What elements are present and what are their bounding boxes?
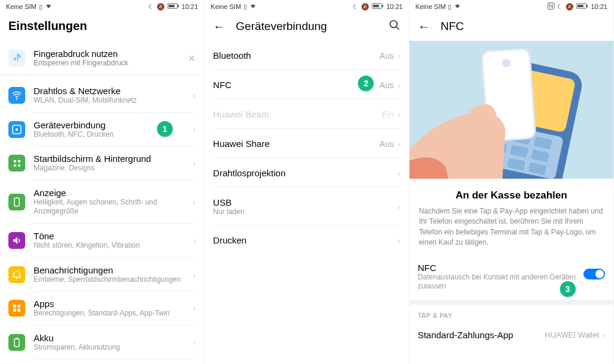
- chevron-right-icon: ›: [193, 125, 196, 134]
- settings-row-battery[interactable]: Akku Stromsparen, Akkunutzung ›: [0, 326, 204, 360]
- chevron-right-icon: ›: [398, 236, 401, 245]
- settings-row-sound[interactable]: Töne Nicht stören, Klingelton, Vibration…: [0, 224, 204, 258]
- clock: 10:21: [386, 3, 403, 10]
- nfc-toggle[interactable]: [583, 269, 605, 279]
- row-title: Apps: [34, 299, 193, 309]
- row-title: Bluetooth: [213, 50, 380, 61]
- pay-app-title: Standard-Zahlungs-App: [418, 330, 545, 340]
- chevron-right-icon: ›: [398, 202, 401, 212]
- chevron-right-icon: ›: [398, 169, 401, 178]
- row-title: Huawei Beam: [213, 109, 381, 119]
- svg-rect-21: [382, 5, 383, 7]
- chevron-right-icon: ›: [398, 80, 401, 90]
- bell-icon: [8, 266, 25, 283]
- chevron-right-icon: ›: [193, 158, 196, 168]
- chevron-right-icon: ›: [398, 139, 401, 149]
- sim-icon: ▯: [39, 4, 43, 10]
- settings-row-storage[interactable]: Speicher ›: [0, 359, 204, 364]
- row-value: Aus: [380, 51, 394, 61]
- link-icon: [8, 121, 25, 138]
- sim-icon: ▯: [243, 4, 247, 10]
- nfc-pay-illustration: [410, 41, 613, 179]
- row-sub: Stromsparen, Akkunutzung: [34, 343, 193, 353]
- svg-point-7: [18, 160, 21, 163]
- conn-row-nfc[interactable]: NFC Aus ›: [204, 70, 408, 100]
- wifi-icon: [8, 87, 25, 104]
- status-bar: Keine SIM ▯ ☾ 🔕 10:21: [204, 0, 408, 12]
- row-title: Drahtlosprojektion: [213, 168, 398, 178]
- battery-icon: [8, 334, 25, 351]
- settings-row-apps[interactable]: Apps Berechtigungen, Standard-Apps, App-…: [0, 291, 204, 326]
- conn-row-huawei-share[interactable]: Huawei Share Aus ›: [204, 129, 408, 158]
- sim-icon: ▯: [448, 4, 452, 10]
- svg-rect-27: [586, 5, 588, 7]
- svg-rect-16: [14, 339, 19, 347]
- row-sub: WLAN, Dual-SIM, Mobilfunknetz: [34, 96, 193, 106]
- conn-row-usb[interactable]: USB Nur laden ›: [204, 188, 408, 225]
- chevron-right-icon: ›: [193, 236, 196, 245]
- settings-row-bell[interactable]: Benachrichtigungen Embleme, Sperrbildsch…: [0, 258, 204, 292]
- chevron-right-icon: ›: [193, 91, 196, 100]
- row-sub: Nicht stören, Klingelton, Vibration: [34, 241, 193, 251]
- screen-nfc: Keine SIM ▯ ☾ 🔕 10:21 ← NFC: [410, 0, 614, 364]
- chevron-right-icon: ›: [193, 197, 196, 207]
- row-title: NFC: [213, 80, 380, 90]
- suggestion-sub: Entsperren mit Fingerabdruck: [34, 59, 188, 67]
- settings-row-wifi[interactable]: Drahtlos & Netzwerke WLAN, Dual-SIM, Mob…: [0, 79, 204, 113]
- close-icon[interactable]: ✕: [188, 53, 195, 64]
- row-sub: Magazine, Designs: [34, 164, 193, 173]
- conn-row-drahtlosprojektion[interactable]: Drahtlosprojektion ›: [204, 158, 408, 188]
- chevron-right-icon: ›: [193, 270, 196, 279]
- clock: 10:21: [182, 3, 198, 10]
- clock: 10:21: [591, 3, 607, 10]
- svg-rect-28: [577, 5, 583, 7]
- conn-row-huawei-beam: Huawei Beam Ein ›: [204, 100, 408, 129]
- conn-row-bluetooth[interactable]: Bluetooth Aus ›: [204, 41, 408, 70]
- conn-row-drucken[interactable]: Drucken ›: [204, 225, 408, 255]
- settings-row-link[interactable]: Geräteverbindung Bluetooth, NFC, Drucken…: [0, 113, 204, 147]
- row-value: Ein: [382, 110, 394, 119]
- badge-1: 1: [157, 121, 173, 137]
- svg-line-24: [396, 26, 399, 29]
- battery-icon: [372, 3, 384, 10]
- back-icon[interactable]: ←: [213, 20, 225, 34]
- sound-icon: [8, 232, 25, 249]
- chevron-right-icon: ›: [398, 51, 401, 61]
- row-sub: Helligkeit, Augen schonen, Schrift- und …: [34, 198, 193, 216]
- svg-rect-12: [13, 305, 16, 308]
- section-gap: [410, 300, 613, 305]
- settings-row-home[interactable]: Startbildschirm & Hintergrund Magazine, …: [0, 146, 204, 181]
- default-pay-app-row[interactable]: Standard-Zahlungs-App HUAWEI Wallet ›: [410, 323, 613, 347]
- suggestion-fingerprint[interactable]: Fingerabdruck nutzen Entsperren mit Fing…: [0, 42, 204, 75]
- svg-point-11: [16, 278, 18, 279]
- back-icon[interactable]: ←: [418, 20, 430, 34]
- wifi-icon: [45, 3, 52, 10]
- screen-device-conn: Keine SIM ▯ ☾ 🔕 10:21 ← Geräteverbindung…: [204, 0, 409, 364]
- header: ← Geräteverbindung: [204, 12, 408, 41]
- mute-icon: 🔕: [361, 3, 369, 11]
- moon-icon: ☾: [353, 3, 359, 11]
- search-icon[interactable]: [389, 19, 401, 34]
- header: Einstellungen: [0, 12, 204, 42]
- row-title: Drucken: [213, 235, 398, 245]
- svg-point-8: [14, 164, 17, 167]
- chevron-right-icon: ›: [398, 110, 401, 119]
- row-title: Akku: [34, 333, 193, 343]
- page-title: Einstellungen: [8, 19, 195, 33]
- header: ← NFC: [410, 12, 613, 41]
- badge-3: 3: [560, 281, 576, 297]
- row-title: Anzeige: [34, 188, 193, 198]
- page-title: Geräteverbindung: [236, 20, 388, 33]
- settings-row-display[interactable]: Anzeige Helligkeit, Augen schonen, Schri…: [0, 181, 204, 224]
- status-bar: Keine SIM ▯ ☾ 🔕 10:21: [410, 0, 613, 12]
- nfc-toggle-row[interactable]: NFC Datenaustausch bei Kontakt mit ander…: [410, 257, 613, 300]
- sim-label: Keine SIM: [210, 3, 241, 10]
- svg-rect-10: [14, 198, 19, 206]
- moon-icon: ☾: [557, 3, 563, 11]
- fingerprint-icon: [8, 50, 25, 67]
- svg-rect-13: [17, 305, 20, 308]
- pay-app-value: HUAWEI Wallet: [545, 330, 600, 339]
- svg-point-6: [14, 160, 17, 163]
- wifi-icon: [249, 3, 257, 10]
- section-tap-pay: TAP & PAY: [410, 305, 613, 323]
